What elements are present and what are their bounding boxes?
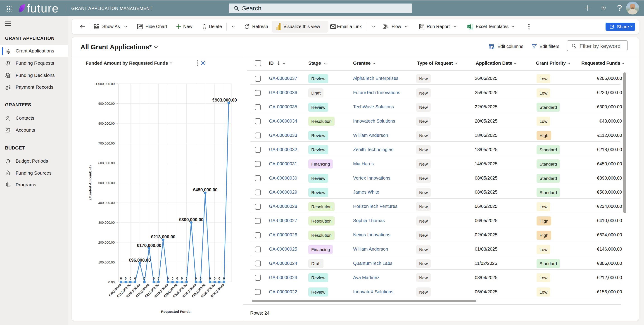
svg-text:0: 0 [172,276,174,280]
svg-text:0: 0 [120,276,122,280]
svg-text:0: 0 [200,276,202,280]
svg-text:€213,000.00: €213,000.00 [151,234,176,239]
svg-text:0: 0 [195,276,197,280]
svg-text:700,000.00: 700,000.00 [98,142,115,145]
svg-text:0: 0 [125,276,127,280]
svg-text:€450,000.00: €450,000.00 [193,187,218,192]
svg-text:€300,000.00: €300,000.00 [179,217,204,222]
svg-text:0: 0 [130,276,132,280]
svg-text:Requested Funds: Requested Funds [161,310,190,314]
svg-text:600,000.00: 600,000.00 [98,161,115,165]
svg-text:100,000.00: 100,000.00 [98,260,115,264]
svg-text:0: 0 [176,276,178,280]
svg-text:0: 0 [167,276,169,280]
svg-text:€170,000.00: €170,000.00 [137,243,162,248]
svg-text:0: 0 [158,276,160,280]
svg-text:(Funded Amount) (€): (Funded Amount) (€) [88,165,92,200]
svg-text:€903,000.00: €903,000.00 [212,98,237,102]
svg-text:0: 0 [134,276,136,280]
svg-text:500,000.00: 500,000.00 [98,181,115,185]
svg-text:200,000.00: 200,000.00 [98,241,115,244]
svg-text:1,000,000.00: 1,000,000.00 [96,82,115,86]
svg-text:0: 0 [153,276,155,280]
svg-text:0: 0 [181,276,183,280]
svg-text:€96,000.00: €96,000.00 [129,258,151,262]
svg-text:900,000.00: 900,000.00 [98,102,115,106]
svg-text:0: 0 [209,276,211,280]
svg-text:800,000.00: 800,000.00 [98,122,115,125]
svg-text:0: 0 [218,276,220,280]
svg-text:0.00: 0.00 [108,280,115,284]
svg-text:300,000.00: 300,000.00 [98,221,115,224]
svg-text:0: 0 [214,276,216,280]
svg-text:0: 0 [223,276,225,280]
svg-text:400,000.00: 400,000.00 [98,201,115,205]
svg-text:0: 0 [186,276,188,280]
svg-text:0: 0 [144,276,146,280]
